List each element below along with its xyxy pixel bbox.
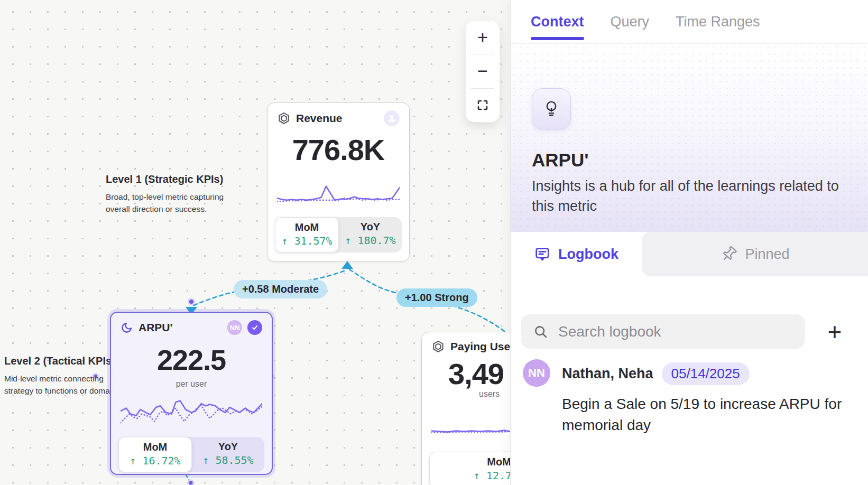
mom-value: ↑ 31.57% xyxy=(275,235,338,247)
verified-badge-icon[interactable] xyxy=(247,320,262,335)
card-unit: users xyxy=(479,389,500,399)
edge-handle-dot xyxy=(189,299,195,305)
search-placeholder: Search logbook xyxy=(558,323,661,340)
hexagon-metric-icon xyxy=(277,111,291,125)
metric-description: Insights is a hub for all of the learnin… xyxy=(532,176,860,216)
card-title: ARPU' xyxy=(138,321,173,334)
yoy-label: YoY xyxy=(339,221,402,233)
card-unit: per user xyxy=(111,379,272,389)
logbook-pinned-tabs: Logbook Pinned xyxy=(511,232,868,276)
level-2-title: Level 2 (Tactical KPIs) xyxy=(4,355,123,367)
level-1-title: Level 1 (Strategic KPIs) xyxy=(106,173,224,185)
fullscreen-icon xyxy=(476,99,489,111)
fit-view-button[interactable] xyxy=(466,89,500,122)
logbook-search-row: Search logbook + xyxy=(511,314,868,349)
level-1-desc-line1: Broad, top-level metric capturing xyxy=(106,191,224,203)
card-value: 222.5 xyxy=(111,343,272,376)
arrowhead-into-revenue xyxy=(341,261,353,269)
search-icon xyxy=(533,324,549,340)
context-panel: Context Query Time Ranges ARPU' Insights… xyxy=(510,0,868,485)
level-1-note: Level 1 (Strategic KPIs) Broad, top-leve… xyxy=(106,173,224,215)
tab-time-ranges[interactable]: Time Ranges xyxy=(676,0,760,43)
logbook-comment-icon xyxy=(534,246,551,263)
mom-chip[interactable]: MoM ↑ 16.72% xyxy=(118,437,192,472)
tab-logbook[interactable]: Logbook xyxy=(511,232,642,276)
mom-label: MoM xyxy=(119,441,191,453)
zoom-out-button[interactable]: − xyxy=(466,54,500,88)
yoy-chip[interactable]: YoY ↑ 180.7% xyxy=(339,217,402,253)
level-1-desc-line2: overall direction or success. xyxy=(106,203,224,215)
card-value: 776.8K xyxy=(267,133,409,167)
tab-context[interactable]: Context xyxy=(531,0,584,43)
yoy-chip[interactable]: YoY ↑ 58.55% xyxy=(192,437,264,472)
insights-icon-box xyxy=(532,88,571,129)
canvas-zoom-toolbar: + − xyxy=(465,20,500,123)
mom-label: MoM xyxy=(275,221,338,234)
yoy-label: YoY xyxy=(192,441,264,453)
logbook-entry[interactable]: NN Nathan, Neha 05/14/2025 Begin a Sale … xyxy=(523,359,853,436)
pushpin-icon xyxy=(721,246,737,263)
hexagon-metric-icon xyxy=(431,340,445,353)
card-value: 3,49 xyxy=(448,357,504,391)
metric-card-arpu[interactable]: ARPU' NN 222.5 per user MoM ↑ 16.72% YoY… xyxy=(110,312,273,475)
entry-date-badge: 05/14/2025 xyxy=(662,362,750,385)
zoom-in-button[interactable]: + xyxy=(466,21,500,54)
logbook-search-input[interactable]: Search logbook xyxy=(521,314,805,349)
add-log-entry-button[interactable]: + xyxy=(823,320,846,343)
metric-hero-section: ARPU' Insights is a hub for all of the l… xyxy=(511,44,868,232)
entry-text: Begin a Sale on 5/19 to increase ARPU fo… xyxy=(562,394,853,436)
card-title: Revenue xyxy=(296,112,343,125)
metric-name: ARPU' xyxy=(532,150,589,171)
logbook-label: Logbook xyxy=(558,246,618,263)
level-2-desc-line1: Mid-level metric connecting xyxy=(4,372,123,385)
revenue-sparkline xyxy=(277,178,400,208)
card-period-toggle: MoM ↑ 16.72% YoY ↑ 58.55% xyxy=(118,437,264,472)
pinned-label: Pinned xyxy=(745,246,789,263)
edge-label-moderate[interactable]: +0.58 Moderate xyxy=(234,280,327,299)
mom-value: ↑ 16.72% xyxy=(119,454,191,467)
metric-card-revenue[interactable]: Revenue 776.8K MoM ↑ 31.57% YoY ↑ 180.7% xyxy=(267,102,410,262)
edge-label-strong[interactable]: +1.00 Strong xyxy=(396,288,477,307)
level-2-desc-line2: strategy to functions or domains. xyxy=(4,385,123,397)
tab-query[interactable]: Query xyxy=(611,0,650,43)
panel-tab-bar: Context Query Time Ranges xyxy=(511,0,868,44)
card-period-toggle: MoM ↑ 31.57% YoY ↑ 180.7% xyxy=(275,217,402,253)
metric-tree-canvas[interactable]: +0.58 Moderate +1.00 Strong Level 1 (Str… xyxy=(0,0,510,485)
lightbulb-icon xyxy=(542,99,561,119)
moon-metric-icon xyxy=(121,321,133,334)
yoy-value: ↑ 180.7% xyxy=(339,234,402,247)
owner-initials-badge[interactable]: NN xyxy=(227,320,242,335)
assignee-avatar-icon[interactable] xyxy=(384,110,400,126)
entry-avatar: NN xyxy=(523,359,550,387)
tab-pinned[interactable]: Pinned xyxy=(642,232,868,276)
arpu-bottom-handle-dot xyxy=(188,480,193,485)
level-2-note: Level 2 (Tactical KPIs) Mid-level metric… xyxy=(4,355,123,397)
mom-chip[interactable]: MoM ↑ 31.57% xyxy=(275,217,339,253)
arpu-sparkline xyxy=(121,395,262,427)
entry-author: Nathan, Neha xyxy=(562,366,653,382)
yoy-value: ↑ 58.55% xyxy=(192,454,264,467)
